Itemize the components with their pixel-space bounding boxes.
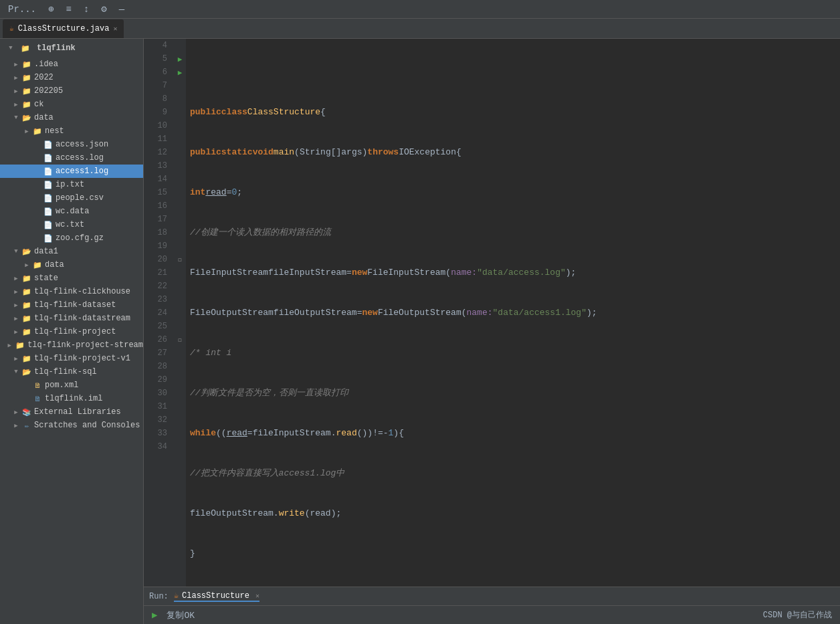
root-label: tlqflink [37, 43, 76, 53]
code-editor[interactable]: public class ClassStructure { public sta… [186, 39, 840, 587]
sidebar-item-state[interactable]: 📁 state [0, 272, 143, 285]
ip-txt-icon: 📄 [43, 179, 54, 190]
nest-arrow [21, 126, 32, 136]
sidebar-header: 📁 tlqflink [0, 39, 143, 58]
ln-27: 27 [149, 346, 167, 360]
add-button[interactable]: ⊕ [45, 2, 56, 16]
tlq-flink-project-v1-icon: 📁 [21, 353, 32, 364]
tlq-flink-datastream-icon: 📁 [21, 313, 32, 324]
tab-close-icon[interactable]: ✕ [113, 25, 117, 33]
sidebar-item-202205[interactable]: 📁 202205 [0, 84, 143, 98]
tlq-flink-project-stream-arrow [4, 340, 15, 350]
main-layout: 📁 tlqflink 📁 .idea 📁 2022 📁 202205 📁 ck [0, 39, 840, 624]
gc-6[interactable]: ▶ [174, 66, 186, 79]
gc-17 [174, 213, 186, 226]
202205-label: 202205 [34, 86, 63, 96]
sidebar-item-nest[interactable]: 📁 nest [0, 124, 143, 138]
wc-data-arrow [32, 206, 43, 217]
sidebar-item-tlq-flink-project[interactable]: 📁 tlq-flink-project [0, 325, 143, 338]
sidebar-item-wc-txt[interactable]: 📄 wc.txt [0, 218, 143, 231]
state-arrow [11, 273, 21, 284]
scratches-icon: ✏ [21, 420, 32, 431]
idea-icon: 📁 [21, 59, 32, 70]
ln-10: 10 [149, 119, 167, 132]
sidebar-item-tlq-flink-dataset[interactable]: 📁 tlq-flink-dataset [0, 298, 143, 312]
sidebar-item-ip-txt[interactable]: 📄 ip.txt [0, 178, 143, 191]
layout-button[interactable]: ↕ [81, 3, 92, 16]
code-line-14: //把文件内容直接写入access1.log中 [190, 467, 840, 480]
access1-log-arrow [32, 166, 43, 177]
gc-31 [174, 400, 186, 413]
sidebar-item-access-json[interactable]: 📄 access.json [0, 138, 143, 151]
ln-18: 18 [149, 226, 167, 239]
sidebar-item-access1-log[interactable]: 📄 access1.log [0, 165, 143, 178]
ck-arrow [11, 99, 21, 110]
data-icon: 📂 [21, 112, 32, 123]
wc-txt-icon: 📄 [43, 219, 54, 230]
run-tab-close[interactable]: ✕ [255, 592, 259, 600]
gc-5[interactable]: ▶ [174, 52, 186, 66]
tlq-flink-sql-arrow [11, 367, 21, 377]
sidebar-item-tlq-flink-sql[interactable]: 📂 tlq-flink-sql [0, 365, 143, 379]
sidebar-item-external-libraries[interactable]: 📚 External Libraries [0, 405, 143, 419]
ln-21: 21 [149, 266, 167, 280]
wc-txt-label: wc.txt [56, 220, 84, 229]
root-expand-arrow[interactable] [5, 43, 16, 54]
code-line-15: fileOutputStream.write(read); [190, 507, 840, 520]
sidebar-item-zoo-cfg-gz[interactable]: 📄 zoo.cfg.gz [0, 231, 143, 245]
sidebar-item-tlqflink-iml[interactable]: 🗎 tlqflink.iml [0, 392, 143, 405]
code-container[interactable]: 4 5 6 7 8 9 10 11 12 13 14 15 16 17 18 1… [144, 39, 840, 587]
project-label[interactable]: Pr... [5, 3, 39, 16]
run-play-button[interactable]: ▶ [152, 609, 157, 621]
tlq-flink-project-stream-icon: 📁 [15, 340, 25, 350]
sidebar-item-data[interactable]: 📂 data [0, 111, 143, 124]
ln-28: 28 [149, 360, 167, 373]
data1-label: data1 [34, 247, 58, 256]
java-file-icon: ☕ [9, 24, 14, 33]
data1-icon: 📂 [21, 246, 32, 257]
code-line-12: //判断文件是否为空，否则一直读取打印 [190, 387, 840, 400]
sidebar-item-data1-data[interactable]: 📁 data [0, 258, 143, 272]
sidebar-item-pom-xml[interactable]: 🗎 pom.xml [0, 379, 143, 392]
sidebar-item-idea[interactable]: 📁 .idea [0, 58, 143, 71]
sidebar-item-scratches[interactable]: ✏ Scratches and Consoles [0, 419, 143, 432]
gc-13 [174, 159, 186, 173]
run-tab-classstructure[interactable]: ☕ ClassStructure ✕ [174, 591, 259, 602]
gc-28 [174, 360, 186, 373]
sidebar-item-tlq-flink-clickhouse[interactable]: 📁 tlq-flink-clickhouse [0, 285, 143, 298]
sidebar-item-wc-data[interactable]: 📄 wc.data [0, 205, 143, 218]
code-line-13: while ((read = fileInputStream.read()) !… [190, 427, 840, 440]
sidebar-item-ck[interactable]: 📁 ck [0, 98, 143, 111]
ln-32: 32 [149, 413, 167, 427]
ln-24: 24 [149, 306, 167, 320]
gc-32 [174, 413, 186, 427]
access-json-arrow [32, 139, 43, 150]
tab-classstructure[interactable]: ☕ ClassStructure.java ✕ [3, 19, 124, 38]
tlq-flink-project-label: tlq-flink-project [34, 327, 116, 336]
gc-26: ◻ [174, 333, 186, 346]
sidebar-item-tlq-flink-datastream[interactable]: 📁 tlq-flink-datastream [0, 312, 143, 325]
sidebar-item-tlq-flink-project-stream[interactable]: 📁 tlq-flink-project-stream [0, 338, 143, 352]
sidebar-item-tlq-flink-project-v1[interactable]: 📁 tlq-flink-project-v1 [0, 352, 143, 365]
settings-button[interactable]: ⚙ [98, 2, 109, 16]
sidebar-item-access-log[interactable]: 📄 access.log [0, 151, 143, 165]
ln-9: 9 [149, 106, 167, 119]
gc-22 [174, 280, 186, 293]
tlq-flink-dataset-icon: 📁 [21, 300, 32, 310]
gc-16 [174, 199, 186, 213]
ln-22: 22 [149, 280, 167, 293]
tlq-flink-project-v1-label: tlq-flink-project-v1 [34, 354, 130, 363]
gc-4 [174, 39, 186, 52]
wc-txt-arrow [32, 219, 43, 230]
ln-33: 33 [149, 427, 167, 440]
minimize-button[interactable]: — [116, 3, 127, 16]
status-bar: ▶ 复制OK CSDN @与自己作战 [144, 605, 840, 624]
sidebar-item-data1[interactable]: 📂 data1 [0, 245, 143, 258]
tlq-flink-clickhouse-label: tlq-flink-clickhouse [34, 287, 130, 296]
sidebar-item-2022[interactable]: 📁 2022 [0, 71, 143, 84]
code-line-11: /* int i [190, 346, 840, 360]
sidebar-item-people-csv[interactable]: 📄 people.csv [0, 191, 143, 205]
menu-button[interactable]: ≡ [63, 3, 74, 16]
gc-23 [174, 293, 186, 306]
state-icon: 📁 [21, 273, 32, 284]
